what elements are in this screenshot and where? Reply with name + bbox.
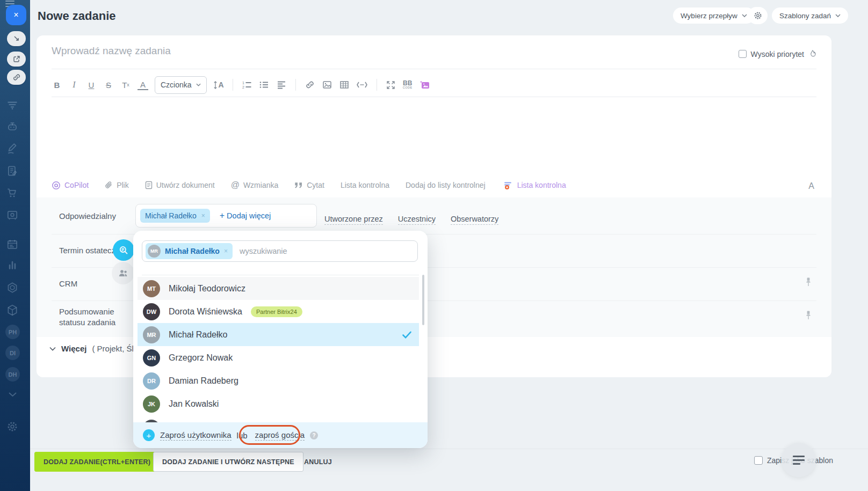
cube-icon[interactable] xyxy=(6,304,19,317)
tab-add-to-checklist[interactable]: Dodaj do listy kontrolnej xyxy=(406,181,486,189)
strikethrough-button[interactable]: S xyxy=(103,78,114,91)
user-row[interactable]: DR Damian Radeberg xyxy=(138,369,419,392)
bbcode-button[interactable]: BB CODE xyxy=(403,80,413,90)
page-title: Nowe zadanie xyxy=(38,9,115,23)
signature-pen-icon[interactable] xyxy=(6,143,19,156)
people-icon xyxy=(118,268,128,278)
workspace-avatar-dh[interactable]: DH xyxy=(5,367,20,382)
calendar-icon[interactable] xyxy=(6,238,19,251)
responsible-input[interactable]: Michał Radełko × + Dodaj więcej xyxy=(135,204,317,228)
save-template-checkbox[interactable] xyxy=(754,456,763,465)
structure-search-button[interactable] xyxy=(113,239,134,261)
invite-user-link[interactable]: Zaproś użytkownika xyxy=(160,430,232,441)
remove-chip-icon[interactable]: × xyxy=(224,247,228,255)
bar-chart-icon[interactable] xyxy=(6,259,19,272)
workspace-avatar-di[interactable]: DI xyxy=(5,346,20,360)
tab-quote[interactable]: Cytat xyxy=(294,181,324,189)
settings-gear-icon[interactable] xyxy=(6,420,19,433)
user-row[interactable]: DW Dorota Wiśniewska Partner Bitrix24 xyxy=(138,300,419,323)
bullet-list-button[interactable] xyxy=(259,78,270,91)
chevron-down-icon[interactable] xyxy=(8,391,20,404)
user-search-box[interactable]: MR Michał Radełko × xyxy=(142,240,418,262)
selected-user-chip[interactable]: MR Michał Radełko × xyxy=(146,243,233,259)
cancel-button[interactable]: ANULUJ xyxy=(295,452,341,472)
workspace-avatar-ph[interactable]: PH xyxy=(5,325,20,339)
divider xyxy=(142,275,419,275)
user-row[interactable]: JK Jan Kowalski xyxy=(138,392,419,415)
tab-copilot[interactable]: CoPilot xyxy=(52,181,89,190)
tab-checklist[interactable]: Lista kontrolna xyxy=(341,181,389,189)
choose-flow-button[interactable]: Wybierz przepływ xyxy=(673,8,755,24)
avatar: DR xyxy=(143,372,160,390)
scrollbar[interactable] xyxy=(422,275,424,325)
help-icon[interactable]: ? xyxy=(310,431,318,439)
check-icon xyxy=(402,331,411,339)
underline-button[interactable]: U xyxy=(86,78,97,91)
chevron-down-icon xyxy=(49,347,56,351)
tab-file[interactable]: Plik xyxy=(105,181,129,189)
add-more-link[interactable]: + Dodaj więcej xyxy=(220,211,271,221)
avatar: GN xyxy=(143,349,160,367)
close-slider-button[interactable]: × xyxy=(6,5,26,25)
task-name-input[interactable] xyxy=(52,45,696,57)
add-task-button[interactable]: DODAJ ZADANIE(CTRL+ENTER) xyxy=(34,452,160,472)
document-edit-icon[interactable] xyxy=(6,165,19,178)
observers-link[interactable]: Obserwatorzy xyxy=(451,215,498,225)
pin-icon[interactable] xyxy=(805,277,812,288)
user-row[interactable]: GN Grzegorz Nowak xyxy=(138,346,419,369)
more-toggle[interactable]: Więcej xyxy=(61,344,86,353)
tab-checklist-purple[interactable]: Lista kontrolna xyxy=(504,181,566,190)
text-mode-toggle[interactable]: A xyxy=(808,181,814,191)
select-employees-button[interactable] xyxy=(112,262,134,284)
collapse-button[interactable] xyxy=(7,31,26,46)
insert-image-button[interactable] xyxy=(322,78,332,91)
ai-image-button[interactable] xyxy=(419,78,431,91)
filter-stack-icon[interactable] xyxy=(6,98,19,111)
task-templates-button[interactable]: Szablony zadań xyxy=(772,8,848,24)
clear-format-button[interactable]: Tx xyxy=(120,78,131,91)
safe-archive-icon[interactable] xyxy=(6,209,19,222)
chevron-down-icon xyxy=(835,14,841,17)
task-settings-button[interactable] xyxy=(748,7,768,24)
shopping-cart-icon[interactable] xyxy=(6,187,19,200)
add-task-and-next-button[interactable]: DODAJ ZADANIE I UTWÓRZ NASTĘPNE xyxy=(153,452,303,472)
robot-icon[interactable] xyxy=(6,120,19,133)
font-color-button[interactable]: A xyxy=(138,79,148,90)
divider xyxy=(233,79,233,91)
role-links: Utworzone przez Uczestnicy Obserwatorzy xyxy=(324,215,498,225)
font-family-select[interactable]: Czcionka xyxy=(155,76,207,94)
ordered-list-button[interactable]: 12 xyxy=(242,78,252,91)
open-in-new-window-button[interactable] xyxy=(7,52,26,67)
tab-create-document[interactable]: Utwórz dokument xyxy=(145,181,215,189)
italic-button[interactable]: I xyxy=(69,78,79,91)
more-section: Więcej ( Projekt, Śled xyxy=(49,344,143,353)
fullscreen-button[interactable] xyxy=(386,78,396,91)
task-list-fab[interactable] xyxy=(782,443,816,477)
hexagon-ring-icon[interactable] xyxy=(6,281,19,294)
responsible-chip[interactable]: Michał Radełko × xyxy=(140,209,210,223)
insert-link-button[interactable] xyxy=(305,78,315,91)
user-row-selected[interactable]: MR Michał Radełko xyxy=(138,323,419,346)
invite-plus-icon[interactable]: + xyxy=(143,429,155,441)
high-priority-checkbox[interactable] xyxy=(739,50,747,58)
at-icon: @ xyxy=(231,180,240,190)
copy-link-button[interactable] xyxy=(7,70,26,85)
or-text: lub xyxy=(237,431,248,440)
paperclip-icon xyxy=(105,181,113,189)
divider xyxy=(377,79,377,91)
tab-mention[interactable]: @ Wzmianka xyxy=(231,180,279,190)
created-by-link[interactable]: Utworzone przez xyxy=(324,215,383,225)
remove-chip-icon[interactable]: × xyxy=(201,212,205,219)
user-row[interactable]: MT Mikołaj Teodorowicz xyxy=(138,277,419,300)
bold-button[interactable]: B xyxy=(52,78,62,91)
insert-code-button[interactable] xyxy=(356,78,368,91)
avatar: DW xyxy=(143,303,160,320)
gear-icon xyxy=(753,11,763,20)
invite-guest-link[interactable]: zaproś gościa xyxy=(255,430,305,441)
user-search-input[interactable] xyxy=(240,247,414,255)
participants-link[interactable]: Uczestnicy xyxy=(398,215,436,225)
font-size-button[interactable]: A xyxy=(213,78,224,91)
insert-table-button[interactable] xyxy=(339,78,350,91)
pin-icon[interactable] xyxy=(805,310,812,321)
align-button[interactable] xyxy=(276,78,287,91)
